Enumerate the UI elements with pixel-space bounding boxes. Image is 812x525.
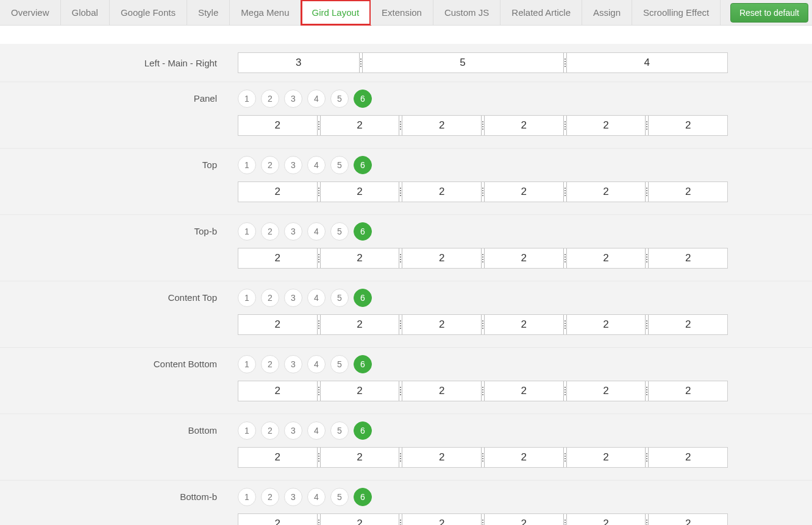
count-pill-6[interactable]: 6 bbox=[354, 421, 372, 440]
row-content: 354 bbox=[230, 44, 812, 82]
count-pill-5[interactable]: 5 bbox=[330, 421, 349, 440]
grid-cell: 4 bbox=[567, 53, 727, 72]
grid-cell: 2 bbox=[321, 448, 399, 467]
count-pill-5[interactable]: 5 bbox=[330, 355, 349, 373]
grid-cell: 2 bbox=[649, 315, 727, 334]
count-pill-3[interactable]: 3 bbox=[284, 90, 302, 108]
grid-cell: 2 bbox=[321, 248, 399, 268]
count-pill-3[interactable]: 3 bbox=[284, 488, 302, 506]
grid-cell: 2 bbox=[567, 116, 646, 135]
count-pill-6[interactable]: 6 bbox=[354, 222, 372, 241]
count-pill-6[interactable]: 6 bbox=[354, 156, 372, 174]
grid-cell: 2 bbox=[238, 448, 317, 467]
count-pill-2[interactable]: 2 bbox=[261, 488, 279, 506]
count-pill-4[interactable]: 4 bbox=[307, 488, 326, 506]
grid-cell: 2 bbox=[649, 381, 727, 401]
count-pill-1[interactable]: 1 bbox=[238, 289, 256, 307]
count-pill-5[interactable]: 5 bbox=[330, 90, 349, 108]
grid-cell: 2 bbox=[649, 514, 727, 525]
row-content: 123456222222 bbox=[230, 414, 812, 480]
count-pill-2[interactable]: 2 bbox=[261, 289, 279, 307]
tab-mega-menu[interactable]: Mega Menu bbox=[230, 0, 301, 25]
row-content: 123456222222 bbox=[230, 481, 812, 525]
row-top-b: Top-b123456222222 bbox=[0, 214, 812, 281]
row-label: Left - Main - Right bbox=[0, 44, 230, 82]
grid-cell: 2 bbox=[238, 248, 317, 268]
grid-cell: 2 bbox=[402, 514, 481, 525]
count-pill-1[interactable]: 1 bbox=[238, 222, 256, 241]
grid-cell: 2 bbox=[649, 448, 727, 467]
count-pill-2[interactable]: 2 bbox=[261, 421, 279, 440]
row-left-main-right: Left - Main - Right354 bbox=[0, 44, 812, 82]
count-pill-2[interactable]: 2 bbox=[261, 156, 279, 174]
reset-button[interactable]: Reset to default bbox=[730, 3, 808, 23]
count-pill-5[interactable]: 5 bbox=[330, 488, 349, 506]
tab-overview[interactable]: Overview bbox=[0, 0, 61, 25]
count-pill-1[interactable]: 1 bbox=[238, 421, 256, 440]
column-count-selector: 123456 bbox=[238, 289, 799, 307]
count-pill-1[interactable]: 1 bbox=[238, 90, 256, 108]
row-panel: Panel123456222222 bbox=[0, 82, 812, 148]
tab-global[interactable]: Global bbox=[61, 0, 110, 25]
count-pill-4[interactable]: 4 bbox=[307, 156, 326, 174]
row-content-bottom: Content Bottom123456222222 bbox=[0, 347, 812, 414]
count-pill-4[interactable]: 4 bbox=[307, 222, 326, 241]
grid-cell: 2 bbox=[321, 514, 399, 525]
row-label: Top bbox=[0, 149, 230, 214]
tab-style[interactable]: Style bbox=[187, 0, 230, 25]
count-pill-6[interactable]: 6 bbox=[354, 488, 372, 506]
count-pill-3[interactable]: 3 bbox=[284, 222, 302, 241]
grid-cell: 2 bbox=[649, 116, 727, 135]
grid-cell: 2 bbox=[321, 381, 399, 401]
count-pill-5[interactable]: 5 bbox=[330, 156, 349, 174]
count-pill-2[interactable]: 2 bbox=[261, 90, 279, 108]
count-pill-4[interactable]: 4 bbox=[307, 421, 326, 440]
grid-cell: 2 bbox=[238, 182, 317, 202]
count-pill-1[interactable]: 1 bbox=[238, 488, 256, 506]
tab-custom-js[interactable]: Custom JS bbox=[433, 0, 500, 25]
count-pill-1[interactable]: 1 bbox=[238, 156, 256, 174]
count-pill-6[interactable]: 6 bbox=[354, 355, 372, 373]
count-pill-2[interactable]: 2 bbox=[261, 355, 279, 373]
grid-cell: 2 bbox=[567, 514, 646, 525]
count-pill-6[interactable]: 6 bbox=[354, 90, 372, 108]
count-pill-4[interactable]: 4 bbox=[307, 90, 326, 108]
count-pill-4[interactable]: 4 bbox=[307, 355, 326, 373]
grid-bar: 222222 bbox=[238, 447, 728, 468]
grid-bar: 354 bbox=[238, 52, 728, 73]
tab-gird-layout[interactable]: Gird Layout bbox=[301, 0, 371, 25]
tab-extension[interactable]: Extension bbox=[371, 0, 433, 25]
count-pill-5[interactable]: 5 bbox=[330, 289, 349, 307]
count-pill-2[interactable]: 2 bbox=[261, 222, 279, 241]
count-pill-3[interactable]: 3 bbox=[284, 355, 302, 373]
grid-cell: 2 bbox=[402, 182, 481, 202]
count-pill-6[interactable]: 6 bbox=[354, 289, 372, 307]
tab-scroolling-effect[interactable]: Scroolling Effect bbox=[632, 0, 721, 25]
tab-google-fonts[interactable]: Google Fonts bbox=[110, 0, 187, 25]
grid-cell: 2 bbox=[238, 514, 317, 525]
grid-bar: 222222 bbox=[238, 513, 728, 525]
grid-cell: 2 bbox=[485, 381, 563, 401]
count-pill-3[interactable]: 3 bbox=[284, 156, 302, 174]
grid-bar: 222222 bbox=[238, 248, 728, 269]
count-pill-5[interactable]: 5 bbox=[330, 222, 349, 241]
grid-cell: 2 bbox=[238, 315, 317, 334]
tab-assign[interactable]: Assign bbox=[582, 0, 632, 25]
grid-cell: 2 bbox=[485, 448, 563, 467]
grid-cell: 2 bbox=[567, 182, 646, 202]
row-label: Content Top bbox=[0, 281, 230, 347]
grid-cell: 2 bbox=[567, 315, 646, 334]
count-pill-1[interactable]: 1 bbox=[238, 355, 256, 373]
row-bottom: Bottom123456222222 bbox=[0, 414, 812, 480]
grid-cell: 2 bbox=[238, 116, 317, 135]
grid-cell: 2 bbox=[567, 248, 646, 268]
column-count-selector: 123456 bbox=[238, 90, 799, 108]
row-content: 123456222222 bbox=[230, 82, 812, 148]
grid-cell: 2 bbox=[402, 248, 481, 268]
count-pill-3[interactable]: 3 bbox=[284, 289, 302, 307]
column-count-selector: 123456 bbox=[238, 156, 799, 174]
count-pill-4[interactable]: 4 bbox=[307, 289, 326, 307]
grid-cell: 2 bbox=[402, 315, 481, 334]
count-pill-3[interactable]: 3 bbox=[284, 421, 302, 440]
tab-related-article[interactable]: Related Article bbox=[500, 0, 582, 25]
